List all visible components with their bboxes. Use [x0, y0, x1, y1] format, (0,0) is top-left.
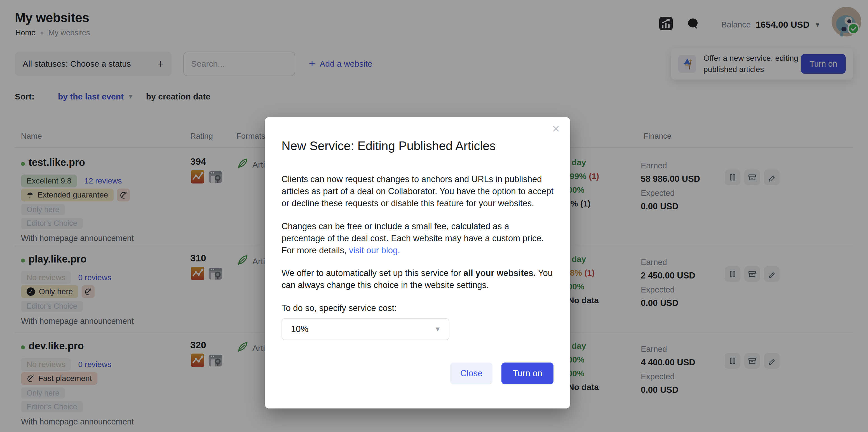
modal-paragraph-1: Clients can now request changes to ancho…	[281, 173, 554, 209]
new-service-modal: × New Service: Editing Published Article…	[265, 117, 570, 408]
service-cost-select[interactable]: 10% ▼	[281, 318, 450, 340]
chevron-down-icon: ▼	[434, 325, 441, 333]
modal-turn-on-button[interactable]: Turn on	[501, 363, 554, 384]
close-icon[interactable]: ×	[552, 122, 560, 135]
modal-paragraph-2: Changes can be free or include a small f…	[281, 220, 554, 256]
service-cost-label: To do so, specify service cost:	[281, 303, 397, 313]
visit-blog-link[interactable]: visit our blog.	[349, 246, 400, 255]
service-cost-value: 10%	[291, 324, 308, 334]
my-websites-page: My websites Home My websites Balance 165…	[0, 0, 868, 432]
modal-close-button[interactable]: Close	[450, 363, 493, 384]
modal-title: New Service: Editing Published Articles	[281, 139, 496, 153]
modal-paragraph-3: We offer to automatically set up this se…	[281, 267, 554, 291]
